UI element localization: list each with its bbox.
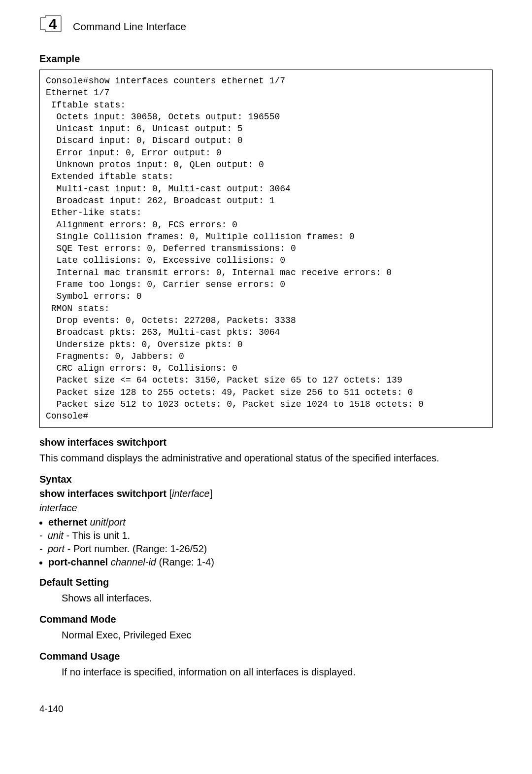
page-container: 4 Command Line Interface Example Console… xyxy=(0,0,532,734)
syntax-heading: Syntax xyxy=(39,474,493,485)
syntax-ethernet-line: ethernet unit/port xyxy=(48,517,126,528)
syntax-bracket-close: ] xyxy=(210,488,213,499)
dash-icon: - xyxy=(39,530,43,541)
dash-icon: - xyxy=(39,543,43,555)
syntax-ethernet-bullet: ethernet unit/port xyxy=(39,517,493,528)
syntax-unit-line: unit - This is unit 1. xyxy=(48,530,130,541)
syntax-unit-label: unit xyxy=(48,530,64,541)
syntax-command-bold: show interfaces switchport xyxy=(39,488,166,499)
default-setting-heading: Default Setting xyxy=(39,577,493,588)
page-number: 4-140 xyxy=(39,704,493,714)
default-setting-text: Shows all interfaces. xyxy=(62,591,493,605)
syntax-unit-desc: - This is unit 1. xyxy=(64,530,130,541)
command-usage-heading: Command Usage xyxy=(39,651,493,662)
chapter-title: Command Line Interface xyxy=(73,21,186,33)
syntax-unit-row: - unit - This is unit 1. xyxy=(39,530,493,541)
example-code-block: Console#show interfaces counters etherne… xyxy=(39,70,493,428)
syntax-portchannel-bullet: port-channel channel-id (Range: 1-4) xyxy=(39,557,493,568)
syntax-port-desc: - Port number. (Range: 1-26/52) xyxy=(65,543,207,554)
syntax-ethernet-unit: unit xyxy=(87,517,106,528)
syntax-ethernet-bold: ethernet xyxy=(48,517,87,528)
syntax-portchannel-line: port-channel channel-id (Range: 1-4) xyxy=(48,557,214,568)
syntax-command-line: show interfaces switchport [interface] xyxy=(39,488,493,499)
syntax-portchannel-range: (Range: 1-4) xyxy=(156,557,214,567)
syntax-interface-label: interface xyxy=(39,502,493,514)
command-mode-heading: Command Mode xyxy=(39,614,493,625)
command-mode-text: Normal Exec, Privileged Exec xyxy=(62,628,493,642)
page-header: 4 Command Line Interface xyxy=(39,15,493,38)
chapter-number-icon: 4 xyxy=(39,15,63,38)
command-description: This command displays the administrative… xyxy=(39,451,493,465)
syntax-port-line: port - Port number. (Range: 1-26/52) xyxy=(48,543,207,555)
syntax-portchannel-param: channel-id xyxy=(108,557,156,567)
bullet-icon xyxy=(39,522,42,525)
syntax-bracket-open: [ xyxy=(166,488,172,499)
command-name: show interfaces switchport xyxy=(39,437,493,448)
command-usage-text: If no interface is specified, informatio… xyxy=(62,665,493,679)
syntax-param: interface xyxy=(172,488,210,499)
syntax-ethernet-port: port xyxy=(108,517,125,528)
svg-text:4: 4 xyxy=(49,16,57,32)
syntax-portchannel-bold: port-channel xyxy=(48,557,108,567)
example-heading: Example xyxy=(39,53,493,65)
syntax-port-label: port xyxy=(48,543,65,554)
bullet-icon xyxy=(39,562,42,564)
syntax-port-row: - port - Port number. (Range: 1-26/52) xyxy=(39,543,493,555)
